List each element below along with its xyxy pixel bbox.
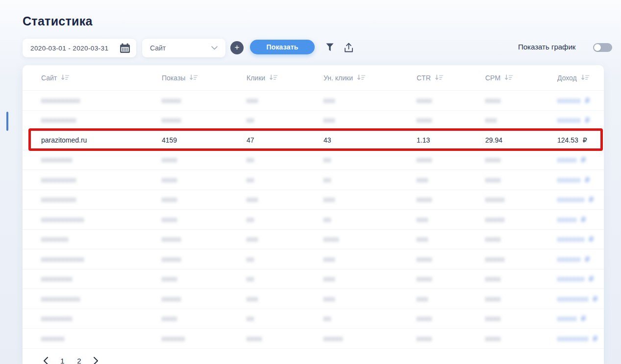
stats-table: СайтПоказыКликиУн. кликиCTRCPMДоход xxxx… [23, 65, 604, 364]
table-row: xxxxxxxxxxxxxxxxxxxxxxxxxxxxxxxxxxx₽ [23, 91, 604, 111]
clicks-cell: xx [247, 275, 323, 283]
left-accent-bar [6, 112, 8, 131]
sort-icon[interactable] [357, 74, 366, 81]
unique-clicks-cell: xxx [323, 255, 417, 263]
sort-icon[interactable] [435, 74, 444, 81]
ctr-cell: xxxx [417, 97, 485, 104]
site-cell: xxxxxxxxxxx [41, 216, 162, 223]
entity-select-value: Сайт [150, 44, 166, 52]
site-cell: xxxxxxxxx [41, 176, 162, 184]
chart-toggle-label: Показать график [518, 43, 575, 51]
ruble-sign: ₽ [593, 335, 598, 342]
table-header: СайтПоказыКликиУн. кликиCTRCPMДоход [23, 65, 604, 91]
ctr-cell: xxxx [417, 156, 485, 164]
ctr-cell: xxx [417, 295, 485, 303]
table-body: xxxxxxxxxxxxxxxxxxxxxxxxxxxxxxxxxxx₽xxxx… [23, 91, 604, 349]
ruble-sign: ₽ [589, 235, 594, 243]
table-row: xxxxxxxxxxxxxxxxxxxxxxxxxxxxxxxxxxxx₽ [23, 249, 604, 269]
ruble-sign: ₽ [585, 116, 590, 124]
column-label: Сайт [41, 74, 57, 82]
column-header-unique-clicks[interactable]: Ун. клики [323, 74, 417, 82]
cpm-cell: xxxxx [485, 216, 557, 223]
table-row: xxxxxxxxxxxxxxxxxxxxxxxxxxxxxxxx₽ [23, 111, 604, 131]
column-header-income[interactable]: Доход [557, 74, 604, 82]
impressions-cell: xxxxx [162, 116, 247, 124]
income-cell: xxxxxxx₽ [557, 195, 604, 203]
unique-clicks-cell: 43 [323, 136, 417, 144]
unique-clicks-cell: xxxx [323, 235, 417, 243]
site-cell: xxxxxxxx [41, 315, 162, 322]
income-cell: xxxxx₽ [557, 156, 604, 164]
ruble-sign: ₽ [585, 176, 590, 184]
site-cell: xxxxxxxx [41, 275, 162, 283]
pagination-prev-icon[interactable] [42, 356, 50, 364]
clicks-cell: xx [247, 216, 323, 223]
table-row: xxxxxxxxxxxxxxxxxxxxxxxxxxxxxxxxx₽ [23, 230, 604, 250]
sort-icon[interactable] [270, 74, 278, 81]
entity-select[interactable]: Сайт [142, 39, 225, 57]
ctr-cell: xxxx [417, 116, 485, 124]
impressions-cell: xxxxx [162, 235, 247, 243]
unique-clicks-cell: xxx [323, 116, 417, 124]
sort-icon[interactable] [190, 74, 198, 81]
ctr-cell: xxx [417, 235, 485, 243]
clicks-cell: xxx [247, 97, 323, 104]
cpm-cell: 29.94 [485, 136, 557, 144]
ctr-cell: xxxx [417, 275, 485, 283]
income-cell: xxxxxx₽ [557, 176, 604, 184]
table-row: xxxxxxxxxxxxxxxxxxxxxxxxxxxxxxxxxxxx₽ [23, 289, 604, 309]
filter-icon[interactable] [324, 42, 336, 53]
column-label: CPM [485, 74, 500, 82]
table-row: xxxxxxxxxxxxxxxxxxxxxxxxxxxxxxxx₽ [23, 269, 604, 290]
pagination-next-icon[interactable] [92, 356, 99, 364]
table-row: xxxxxxxxxxxxxxxxxxxxxxxxxxxxx₽ [23, 309, 604, 329]
cpm-cell: xxxx [485, 295, 557, 303]
ruble-sign: ₽ [593, 295, 598, 303]
sort-icon[interactable] [581, 74, 590, 81]
calendar-icon[interactable] [120, 43, 130, 53]
column-header-cpm[interactable]: CPM [485, 74, 557, 82]
column-header-site[interactable]: Сайт [41, 74, 162, 82]
date-range-value: 2020-03-01 - 2020-03-31 [30, 45, 108, 52]
show-button[interactable]: Показать [250, 40, 315, 54]
cpm-cell: xxxxx [485, 195, 557, 203]
unique-clicks-cell: xxx [323, 275, 417, 283]
cpm-cell: xxxx [485, 176, 557, 184]
column-label: Ун. клики [323, 74, 353, 82]
site-cell: parazitomed.ru [41, 136, 162, 144]
income-cell: xxxxx₽ [557, 216, 604, 223]
add-filter-button[interactable]: + [230, 41, 244, 54]
unique-clicks-cell: xxxxx [323, 335, 417, 342]
sort-icon[interactable] [61, 74, 70, 81]
ruble-sign: ₽ [589, 195, 594, 203]
site-cell: xxxxxxxxxxx [41, 255, 162, 263]
clicks-cell: xx [247, 156, 323, 164]
export-icon[interactable] [343, 42, 354, 53]
pagination-page-2[interactable]: 2 [75, 356, 83, 364]
income-cell: xxxxx₽ [557, 315, 604, 322]
pagination-page-1[interactable]: 1 [58, 356, 66, 364]
column-label: Доход [557, 74, 577, 82]
income-cell: xxxxxx₽ [557, 255, 604, 263]
impressions-cell: xxxx [162, 176, 247, 184]
income-cell: xxxxxxx₽ [557, 275, 604, 283]
column-label: Показы [162, 74, 185, 82]
clicks-cell: xx [247, 315, 323, 322]
chart-toggle[interactable] [593, 43, 612, 52]
impressions-cell: xxxx [162, 315, 247, 322]
impressions-cell: xxxxx [162, 295, 247, 303]
table-row: xxxxxxxxxxxxxxxxxxxxxxxxxxxxxxxx₽ [23, 210, 604, 230]
income-cell: xxxxxxx₽ [557, 235, 604, 243]
unique-clicks-cell: xxx [323, 195, 417, 203]
sort-icon[interactable] [505, 74, 513, 81]
column-header-ctr[interactable]: CTR [417, 74, 485, 82]
ruble-sign: ₽ [583, 136, 587, 144]
date-range-input[interactable]: 2020-03-01 - 2020-03-31 [23, 39, 136, 57]
toggle-knob [594, 44, 601, 51]
table-row: xxxxxxxxxxxxxxxxxxxxxxxxxxxxxxxxxxx₽ [23, 190, 604, 210]
column-header-impressions[interactable]: Показы [162, 74, 247, 82]
ruble-sign: ₽ [581, 315, 586, 322]
column-header-clicks[interactable]: Клики [247, 74, 323, 82]
cpm-cell: xxxx [485, 97, 557, 104]
ctr-cell: xxxx [417, 195, 485, 203]
